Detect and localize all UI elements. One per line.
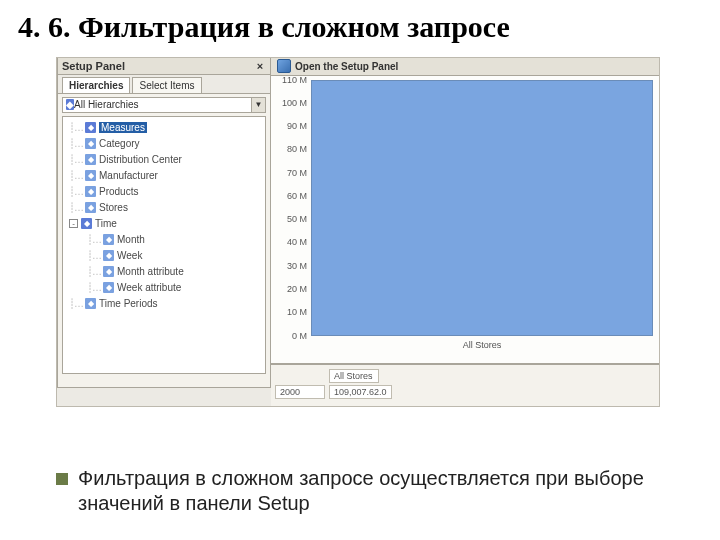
cube2-icon: ◆ xyxy=(103,250,114,261)
bullet-icon xyxy=(56,473,68,485)
bullet-text-row: Фильтрация в сложном запросе осуществляе… xyxy=(56,466,680,516)
hierarchies-combo[interactable]: ◆ All Hierarchies ▼ xyxy=(62,97,266,113)
tree-item[interactable]: ┊…◆Distribution Center xyxy=(65,152,263,168)
y-tick: 30 M xyxy=(287,261,307,271)
tree-connector: ┊… xyxy=(69,138,83,149)
tree-connector: ┊… xyxy=(69,122,83,133)
tab-select-items[interactable]: Select Items xyxy=(132,77,201,93)
cube2-icon: ◆ xyxy=(85,138,96,149)
tree-connector: ┊… xyxy=(69,298,83,309)
y-tick: 100 M xyxy=(282,98,307,108)
tree-item[interactable]: ┊…◆Month attribute xyxy=(65,264,263,280)
setup-panel-icon[interactable] xyxy=(277,59,291,73)
tree-item[interactable]: ┊…◆Month xyxy=(65,232,263,248)
tree-item[interactable]: ┊…◆Week xyxy=(65,248,263,264)
y-tick: 50 M xyxy=(287,214,307,224)
tree-item[interactable]: ┊…◆Week attribute xyxy=(65,280,263,296)
tree-item-label: Distribution Center xyxy=(99,154,182,165)
y-tick: 80 M xyxy=(287,144,307,154)
chevron-down-icon[interactable]: ▼ xyxy=(251,98,265,112)
cube-icon: ◆ xyxy=(81,218,92,229)
tree-item-label: Week attribute xyxy=(117,282,181,293)
y-tick: 60 M xyxy=(287,191,307,201)
cube2-icon: ◆ xyxy=(103,234,114,245)
cube2-icon: ◆ xyxy=(85,186,96,197)
chart-area: 110 M100 M90 M80 M70 M60 M50 M40 M30 M20… xyxy=(271,76,659,364)
hierarchy-tree[interactable]: ┊…◆Measures┊…◆Category┊…◆Distribution Ce… xyxy=(62,116,266,374)
tree-item[interactable]: ┊…◆Measures xyxy=(65,120,263,136)
tree-item[interactable]: ┊…◆Time Periods xyxy=(65,296,263,312)
tree-item[interactable]: ┊…◆Category xyxy=(65,136,263,152)
tree-item[interactable]: -◆Time xyxy=(65,216,263,232)
toolbar-label: Open the Setup Panel xyxy=(295,61,398,72)
cube2-icon: ◆ xyxy=(85,154,96,165)
tree-item-label: Time Periods xyxy=(99,298,158,309)
tree-connector: ┊… xyxy=(87,282,101,293)
chart-y-axis: 110 M100 M90 M80 M70 M60 M50 M40 M30 M20… xyxy=(271,80,311,336)
app-window: Setup Panel × Hierarchies Select Items ◆… xyxy=(56,57,660,407)
tree-connector: ┊… xyxy=(87,266,101,277)
data-grid: . All Stores 2000 109,007.62.0 xyxy=(271,364,659,406)
tree-connector: ┊… xyxy=(69,170,83,181)
cube2-icon: ◆ xyxy=(103,266,114,277)
cube2-icon: ◆ xyxy=(85,170,96,181)
y-tick: 70 M xyxy=(287,168,307,178)
y-tick: 0 M xyxy=(292,331,307,341)
cube2-icon: ◆ xyxy=(85,298,96,309)
close-icon[interactable]: × xyxy=(254,60,266,72)
tree-item-label: Manufacturer xyxy=(99,170,158,181)
grid-row-label: 2000 xyxy=(275,385,325,399)
setup-panel: Setup Panel × Hierarchies Select Items ◆… xyxy=(57,58,271,388)
cube2-icon: ◆ xyxy=(103,282,114,293)
setup-panel-titlebar: Setup Panel × xyxy=(58,58,270,75)
tree-connector: ┊… xyxy=(69,186,83,197)
tree-item-label: Month attribute xyxy=(117,266,184,277)
tree-item-label: Month xyxy=(117,234,145,245)
bullet-text: Фильтрация в сложном запросе осуществляе… xyxy=(78,466,680,516)
toolbar: Open the Setup Panel xyxy=(271,58,659,76)
tree-connector: ┊… xyxy=(69,202,83,213)
tree-item[interactable]: ┊…◆Products xyxy=(65,184,263,200)
tree-item[interactable]: ┊…◆Manufacturer xyxy=(65,168,263,184)
cube2-icon: ◆ xyxy=(85,202,96,213)
chart-plot xyxy=(311,80,653,336)
grid-row-value: 109,007.62.0 xyxy=(329,385,392,399)
tree-connector: ┊… xyxy=(87,250,101,261)
tree-item-label: Products xyxy=(99,186,138,197)
tree-item-label: Stores xyxy=(99,202,128,213)
setup-panel-title: Setup Panel xyxy=(62,60,125,72)
cube-icon: ◆ xyxy=(66,99,74,110)
tree-item[interactable]: ┊…◆Stores xyxy=(65,200,263,216)
tree-item-label: Measures xyxy=(99,122,147,133)
grid-header: All Stores xyxy=(329,369,379,383)
chart-x-label: All Stores xyxy=(311,340,653,350)
y-tick: 20 M xyxy=(287,284,307,294)
tree-item-label: Category xyxy=(99,138,140,149)
y-tick: 90 M xyxy=(287,121,307,131)
tree-connector: ┊… xyxy=(69,154,83,165)
tab-hierarchies[interactable]: Hierarchies xyxy=(62,77,130,93)
y-tick: 10 M xyxy=(287,307,307,317)
y-tick: 40 M xyxy=(287,237,307,247)
combo-label: All Hierarchies xyxy=(74,99,138,110)
tree-item-label: Time xyxy=(95,218,117,229)
expander-icon[interactable]: - xyxy=(69,219,78,228)
slide-title: 4. 6. Фильтрация в сложном запросе xyxy=(0,0,720,51)
y-tick: 110 M xyxy=(282,75,307,85)
cube-icon: ◆ xyxy=(85,122,96,133)
tree-connector: ┊… xyxy=(87,234,101,245)
setup-tabs: Hierarchies Select Items xyxy=(58,75,270,94)
tree-item-label: Week xyxy=(117,250,142,261)
